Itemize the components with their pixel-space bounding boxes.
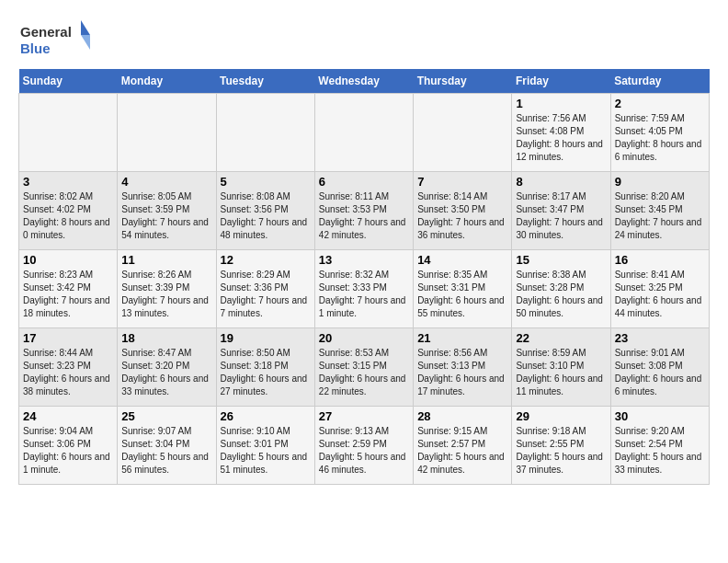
calendar-cell: 4Sunrise: 8:05 AM Sunset: 3:59 PM Daylig… bbox=[118, 172, 216, 250]
calendar-cell: 9Sunrise: 8:20 AM Sunset: 3:45 PM Daylig… bbox=[610, 172, 709, 250]
day-info: Sunrise: 8:47 AM Sunset: 3:20 PM Dayligh… bbox=[121, 347, 211, 398]
calendar-cell bbox=[414, 94, 512, 172]
calendar-cell: 3Sunrise: 8:02 AM Sunset: 4:02 PM Daylig… bbox=[19, 172, 118, 250]
calendar-cell bbox=[118, 94, 216, 172]
calendar-cell: 14Sunrise: 8:35 AM Sunset: 3:31 PM Dayli… bbox=[414, 250, 512, 328]
day-number: 3 bbox=[23, 175, 113, 189]
day-info: Sunrise: 8:44 AM Sunset: 3:23 PM Dayligh… bbox=[23, 347, 113, 398]
weekday-header-friday: Friday bbox=[512, 69, 610, 94]
calendar-cell: 10Sunrise: 8:23 AM Sunset: 3:42 PM Dayli… bbox=[19, 250, 118, 328]
calendar-cell: 18Sunrise: 8:47 AM Sunset: 3:20 PM Dayli… bbox=[118, 328, 216, 407]
calendar-cell bbox=[216, 94, 314, 172]
calendar-cell: 26Sunrise: 9:10 AM Sunset: 3:01 PM Dayli… bbox=[216, 407, 314, 485]
weekday-header-tuesday: Tuesday bbox=[216, 69, 314, 94]
svg-marker-3 bbox=[81, 35, 90, 50]
day-info: Sunrise: 8:53 AM Sunset: 3:15 PM Dayligh… bbox=[319, 347, 409, 398]
day-number: 26 bbox=[221, 409, 311, 423]
calendar-cell: 13Sunrise: 8:32 AM Sunset: 3:33 PM Dayli… bbox=[314, 250, 413, 328]
calendar-cell: 7Sunrise: 8:14 AM Sunset: 3:50 PM Daylig… bbox=[414, 172, 512, 250]
day-number: 18 bbox=[121, 331, 211, 345]
day-number: 2 bbox=[615, 97, 705, 110]
weekday-header-monday: Monday bbox=[118, 69, 216, 94]
calendar-cell: 22Sunrise: 8:59 AM Sunset: 3:10 PM Dayli… bbox=[512, 328, 610, 407]
calendar-cell: 24Sunrise: 9:04 AM Sunset: 3:06 PM Dayli… bbox=[19, 407, 118, 485]
day-info: Sunrise: 8:50 AM Sunset: 3:18 PM Dayligh… bbox=[221, 347, 311, 398]
day-number: 14 bbox=[417, 253, 507, 267]
day-number: 30 bbox=[615, 409, 705, 423]
day-info: Sunrise: 8:11 AM Sunset: 3:53 PM Dayligh… bbox=[319, 190, 409, 242]
day-info: Sunrise: 9:13 AM Sunset: 2:59 PM Dayligh… bbox=[319, 425, 409, 477]
day-number: 28 bbox=[417, 409, 507, 423]
day-info: Sunrise: 8:29 AM Sunset: 3:36 PM Dayligh… bbox=[221, 269, 311, 320]
day-info: Sunrise: 8:26 AM Sunset: 3:39 PM Dayligh… bbox=[121, 269, 211, 320]
calendar-cell: 5Sunrise: 8:08 AM Sunset: 3:56 PM Daylig… bbox=[216, 172, 314, 250]
day-info: Sunrise: 9:15 AM Sunset: 2:57 PM Dayligh… bbox=[417, 425, 507, 477]
day-info: Sunrise: 8:38 AM Sunset: 3:28 PM Dayligh… bbox=[516, 269, 606, 320]
day-info: Sunrise: 9:04 AM Sunset: 3:06 PM Dayligh… bbox=[23, 425, 113, 477]
day-number: 6 bbox=[319, 175, 409, 189]
calendar-cell: 27Sunrise: 9:13 AM Sunset: 2:59 PM Dayli… bbox=[314, 407, 413, 485]
calendar-cell: 6Sunrise: 8:11 AM Sunset: 3:53 PM Daylig… bbox=[314, 172, 413, 250]
page-header: General Blue bbox=[18, 18, 710, 60]
weekday-header-sunday: Sunday bbox=[19, 69, 118, 94]
day-info: Sunrise: 9:18 AM Sunset: 2:55 PM Dayligh… bbox=[516, 425, 606, 477]
day-info: Sunrise: 8:08 AM Sunset: 3:56 PM Dayligh… bbox=[221, 190, 311, 242]
day-number: 7 bbox=[417, 175, 507, 189]
day-info: Sunrise: 8:02 AM Sunset: 4:02 PM Dayligh… bbox=[23, 190, 113, 242]
calendar-week-row: 10Sunrise: 8:23 AM Sunset: 3:42 PM Dayli… bbox=[19, 250, 710, 328]
day-info: Sunrise: 8:14 AM Sunset: 3:50 PM Dayligh… bbox=[417, 190, 507, 242]
day-info: Sunrise: 8:59 AM Sunset: 3:10 PM Dayligh… bbox=[516, 347, 606, 398]
day-info: Sunrise: 8:23 AM Sunset: 3:42 PM Dayligh… bbox=[23, 269, 113, 320]
calendar-cell: 8Sunrise: 8:17 AM Sunset: 3:47 PM Daylig… bbox=[512, 172, 610, 250]
day-number: 12 bbox=[221, 253, 311, 267]
weekday-header-saturday: Saturday bbox=[610, 69, 709, 94]
day-info: Sunrise: 8:35 AM Sunset: 3:31 PM Dayligh… bbox=[417, 269, 507, 320]
day-info: Sunrise: 9:01 AM Sunset: 3:08 PM Dayligh… bbox=[615, 347, 705, 398]
calendar-cell: 11Sunrise: 8:26 AM Sunset: 3:39 PM Dayli… bbox=[118, 250, 216, 328]
day-number: 8 bbox=[516, 175, 606, 189]
day-number: 27 bbox=[319, 409, 409, 423]
day-info: Sunrise: 8:56 AM Sunset: 3:13 PM Dayligh… bbox=[417, 347, 507, 398]
day-info: Sunrise: 8:05 AM Sunset: 3:59 PM Dayligh… bbox=[121, 190, 211, 242]
svg-text:General: General bbox=[20, 24, 72, 40]
day-number: 5 bbox=[221, 175, 311, 189]
day-info: Sunrise: 8:41 AM Sunset: 3:25 PM Dayligh… bbox=[615, 269, 705, 320]
calendar-cell: 29Sunrise: 9:18 AM Sunset: 2:55 PM Dayli… bbox=[512, 407, 610, 485]
day-number: 16 bbox=[615, 253, 705, 267]
weekday-header-row: SundayMondayTuesdayWednesdayThursdayFrid… bbox=[19, 69, 710, 94]
day-info: Sunrise: 8:32 AM Sunset: 3:33 PM Dayligh… bbox=[319, 269, 409, 320]
calendar-cell: 15Sunrise: 8:38 AM Sunset: 3:28 PM Dayli… bbox=[512, 250, 610, 328]
day-info: Sunrise: 9:10 AM Sunset: 3:01 PM Dayligh… bbox=[221, 425, 311, 477]
calendar-week-row: 17Sunrise: 8:44 AM Sunset: 3:23 PM Dayli… bbox=[19, 328, 710, 407]
weekday-header-wednesday: Wednesday bbox=[314, 69, 413, 94]
day-number: 21 bbox=[417, 331, 507, 345]
day-number: 1 bbox=[516, 97, 606, 110]
day-number: 19 bbox=[221, 331, 311, 345]
day-number: 20 bbox=[319, 331, 409, 345]
day-info: Sunrise: 8:17 AM Sunset: 3:47 PM Dayligh… bbox=[516, 190, 606, 242]
day-number: 22 bbox=[516, 331, 606, 345]
weekday-header-thursday: Thursday bbox=[414, 69, 512, 94]
day-number: 29 bbox=[516, 409, 606, 423]
calendar-cell: 17Sunrise: 8:44 AM Sunset: 3:23 PM Dayli… bbox=[19, 328, 118, 407]
calendar-cell: 30Sunrise: 9:20 AM Sunset: 2:54 PM Dayli… bbox=[610, 407, 709, 485]
day-info: Sunrise: 7:59 AM Sunset: 4:05 PM Dayligh… bbox=[615, 112, 705, 164]
calendar-cell bbox=[19, 94, 118, 172]
calendar-cell bbox=[314, 94, 413, 172]
logo-svg: General Blue bbox=[18, 18, 92, 60]
calendar-cell: 1Sunrise: 7:56 AM Sunset: 4:08 PM Daylig… bbox=[512, 94, 610, 172]
calendar-cell: 28Sunrise: 9:15 AM Sunset: 2:57 PM Dayli… bbox=[414, 407, 512, 485]
svg-text:Blue: Blue bbox=[20, 40, 51, 56]
svg-marker-2 bbox=[81, 20, 90, 35]
day-number: 24 bbox=[23, 409, 113, 423]
day-info: Sunrise: 9:07 AM Sunset: 3:04 PM Dayligh… bbox=[121, 425, 211, 477]
day-info: Sunrise: 8:20 AM Sunset: 3:45 PM Dayligh… bbox=[615, 190, 705, 242]
day-info: Sunrise: 7:56 AM Sunset: 4:08 PM Dayligh… bbox=[516, 112, 606, 164]
day-number: 10 bbox=[23, 253, 113, 267]
day-number: 4 bbox=[121, 175, 211, 189]
calendar-cell: 21Sunrise: 8:56 AM Sunset: 3:13 PM Dayli… bbox=[414, 328, 512, 407]
logo: General Blue bbox=[18, 18, 92, 60]
calendar-cell: 25Sunrise: 9:07 AM Sunset: 3:04 PM Dayli… bbox=[118, 407, 216, 485]
calendar-cell: 12Sunrise: 8:29 AM Sunset: 3:36 PM Dayli… bbox=[216, 250, 314, 328]
day-number: 11 bbox=[121, 253, 211, 267]
